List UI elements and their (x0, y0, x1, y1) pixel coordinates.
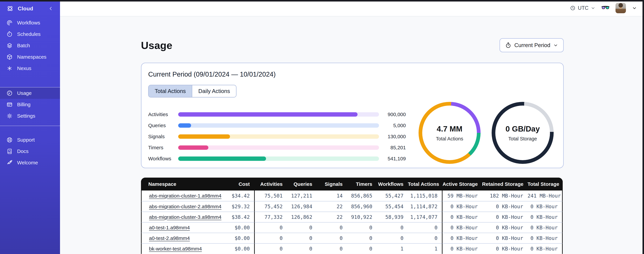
total-storage-value: 0 GB/Day (506, 124, 540, 133)
column-header-total-storage: Total Storage (528, 178, 563, 190)
page-title: Usage (141, 39, 172, 51)
cell-active-storage: 0 KB-Hour (442, 212, 482, 222)
namespace-link[interactable]: a0-test-2.a98mm4 (149, 236, 190, 241)
sidebar-item-label: Schedules (17, 31, 40, 37)
tab-total-actions[interactable]: Total Actions (149, 85, 192, 97)
bar-track (178, 156, 379, 161)
sidebar-item-label: Welcome (17, 160, 38, 166)
panel-title: Current Period (09/01/2024 — 10/01/2024) (148, 70, 556, 78)
namespace-link[interactable]: abs-migration-cluster-2.a98mm4 (149, 204, 222, 209)
chevron-down-icon (553, 43, 558, 48)
bar-value: 85,201 (379, 145, 406, 150)
column-header-namespace: Namespace (141, 178, 211, 190)
cell-queries: 126,984 (287, 201, 317, 212)
stopwatch-icon (505, 42, 512, 48)
cell-cost: $0.00 (211, 222, 254, 233)
cell-retained-storage: 182 MB-Hour (482, 190, 528, 201)
bar-fill (178, 134, 230, 139)
sidebar-item-nexus[interactable]: Nexus (0, 63, 60, 74)
sidebar-item-label: Support (17, 137, 35, 143)
bar-label: Workflows (148, 156, 178, 162)
cell-workflows: 55,454 (377, 201, 408, 212)
brand-label: Cloud (18, 6, 33, 12)
total-actions-caption: Total Actions (436, 136, 463, 142)
tab-daily-actions[interactable]: Daily Actions (192, 85, 236, 97)
sidebar-nav-account: UsageBillingSettings (0, 88, 60, 122)
sidebar-item-label: Nexus (17, 66, 31, 71)
table-row: abs-migration-cluster-2.a98mm4$29.3275,4… (141, 201, 563, 212)
bar-value: 5,000 (379, 123, 406, 128)
cell-total-actions: 0 (408, 233, 442, 243)
bar-row-timers: Timers85,201 (148, 145, 406, 150)
column-header-workflows: Workflows (377, 178, 408, 190)
cell-cost: $0.00 (211, 243, 254, 254)
sidebar-nav-main: WorkflowsSchedulesBatchNamespacesNexus (0, 17, 60, 74)
sidebar-item-billing[interactable]: Billing (0, 99, 60, 110)
sidebar-nav-footer: SupportDocsWelcome (0, 134, 60, 168)
actions-bar-chart: Activities900,000Queries5,000Signals130,… (148, 112, 406, 161)
namespace-link[interactable]: a0-test-1.a98mm4 (149, 225, 190, 230)
bar-label: Queries (148, 123, 178, 128)
namespace-link[interactable]: bk-worker-test.a98mm4 (149, 246, 202, 252)
table-row: a0-test-2.a98mm4$0.000000000 KB-Hour0 KB… (141, 233, 563, 243)
sidebar-item-batch[interactable]: Batch (0, 40, 60, 51)
sidebar-item-namespaces[interactable]: Namespaces (0, 51, 60, 63)
bar-fill (178, 112, 358, 116)
cell-signals: 14 (317, 190, 347, 201)
table-row: abs-migration-cluster-3.a98mm4$38.4277,3… (141, 212, 563, 222)
cell-total-storage: 0 KB-Hour (528, 201, 563, 212)
period-filter-button[interactable]: Current Period (500, 38, 564, 52)
cell-total-storage: 0 KB-Hour (528, 222, 563, 233)
batch-icon (6, 42, 13, 49)
cell-timers: 0 (347, 222, 377, 233)
bar-value: 541,109 (379, 156, 406, 162)
sidebar: Cloud WorkflowsSchedulesBatchNamespacesN… (0, 0, 60, 254)
screenshot-edge-top (0, 0, 644, 2)
table-row: a0-test-1.a98mm4$0.000000000 KB-Hour0 KB… (141, 222, 563, 233)
sidebar-item-settings[interactable]: Settings (0, 110, 60, 122)
sidebar-item-docs[interactable]: Docs (0, 146, 60, 157)
sidebar-item-support[interactable]: Support (0, 134, 60, 146)
table-header-row: NamespaceCostActivitiesQueriesSignalsTim… (141, 178, 563, 190)
total-storage-donut: 0 GB/Day Total Storage (492, 102, 554, 164)
cell-total-storage: 241 MB-Hour (528, 190, 563, 201)
cell-total-actions: 1,174,077 (408, 212, 442, 222)
cell-signals: 22 (317, 212, 347, 222)
bar-label: Activities (148, 112, 178, 117)
glasses-icon[interactable] (602, 6, 610, 10)
topbar: UTC (60, 0, 644, 16)
sidebar-item-welcome[interactable]: Welcome (0, 157, 60, 168)
bar-row-activities: Activities900,000 (148, 112, 406, 116)
column-header-total-actions: Total Actions (408, 178, 442, 190)
column-header-queries: Queries (287, 178, 317, 190)
sidebar-item-workflows[interactable]: Workflows (0, 17, 60, 28)
timezone-label: UTC (578, 5, 588, 11)
sidebar-item-label: Usage (17, 90, 32, 96)
docs-icon (6, 148, 13, 154)
workflows-icon (6, 20, 13, 26)
cell-activities: 0 (254, 233, 287, 243)
cell-total-storage: 0 KB-Hour (528, 233, 563, 243)
schedules-icon (6, 31, 13, 37)
cell-queries: 0 (287, 222, 317, 233)
period-filter-label: Current Period (514, 42, 550, 48)
namespace-usage-table: NamespaceCostActivitiesQueriesSignalsTim… (141, 178, 563, 254)
actions-view-tabs: Total ActionsDaily Actions (148, 85, 236, 98)
cell-retained-storage: 0 KB-Hour (482, 233, 528, 243)
namespace-link[interactable]: abs-migration-cluster-1.a98mm4 (149, 193, 222, 198)
cell-activities: 75,452 (254, 201, 287, 212)
namespace-link[interactable]: abs-migration-cluster-3.a98mm4 (149, 214, 222, 220)
timezone-picker[interactable]: UTC (570, 5, 596, 11)
sidebar-brand[interactable]: Cloud (0, 0, 60, 17)
user-avatar[interactable] (616, 3, 626, 13)
sidebar-item-schedules[interactable]: Schedules (0, 28, 60, 40)
sidebar-collapse-button[interactable] (48, 6, 54, 12)
sidebar-item-label: Batch (17, 43, 30, 48)
cell-signals: 22 (317, 201, 347, 212)
bar-fill (178, 123, 191, 128)
user-menu-chevron-down-icon[interactable] (632, 6, 637, 10)
sidebar-item-usage[interactable]: Usage (0, 88, 60, 99)
sidebar-item-label: Namespaces (17, 54, 46, 60)
cell-active-storage: 0 KB-Hour (442, 243, 482, 254)
settings-icon (6, 113, 13, 119)
